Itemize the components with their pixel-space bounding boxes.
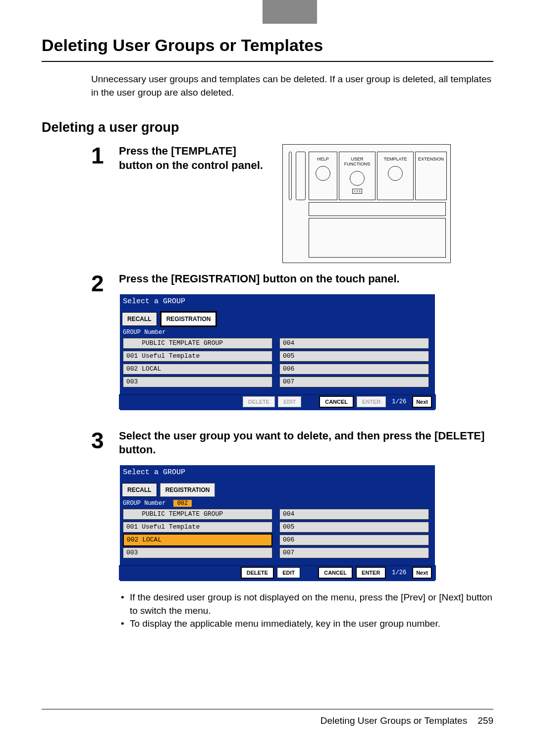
screen-button-row: DELETE EDIT CANCEL ENTER 1/26 Next — [119, 394, 436, 409]
help-label: HELP — [317, 157, 329, 162]
touch-panel-screenshot-2: Select a GROUP RECALL REGISTRATION GROUP… — [119, 464, 436, 582]
group-number-label: GROUP Number 002 — [123, 500, 192, 507]
section-heading: Deleting a user group — [42, 120, 493, 135]
delete-button[interactable]: DELETE — [243, 396, 275, 407]
note-item: To display the applicable menu immediate… — [130, 617, 493, 631]
list-item[interactable]: 004 — [279, 509, 429, 520]
control-panel-illustration: HELP USER FUNCTIONS 1 2 3 TEMPLATE EXTEN… — [282, 144, 451, 263]
panel-frame-left — [289, 152, 292, 200]
page-indicator: 1/26 — [392, 398, 406, 405]
group-list-right: 004 005 006 007 — [279, 509, 429, 560]
group-list-left: PUBLIC TEMPLATE GROUP 001 Useful Templat… — [123, 338, 272, 389]
step-3: 3 Select the user group you want to dele… — [91, 429, 493, 631]
step-number: 1 — [91, 144, 119, 263]
page-indicator: 1/26 — [392, 569, 406, 576]
page-content: Deleting User Groups or Templates Unnece… — [42, 36, 493, 640]
note-item: If the desired user group is not display… — [130, 591, 493, 617]
list-item[interactable]: 004 — [279, 338, 429, 349]
screen-button-row: DELETE EDIT CANCEL ENTER 1/26 Next — [119, 565, 436, 580]
list-item[interactable]: 006 — [279, 535, 429, 545]
enter-button[interactable]: ENTER — [357, 396, 386, 407]
list-item[interactable]: 001 Useful Template — [123, 351, 272, 362]
footer-title: Deleting User Groups or Templates — [321, 715, 467, 726]
list-item[interactable]: 007 — [279, 377, 429, 387]
help-button-icon — [316, 166, 330, 181]
list-item[interactable]: PUBLIC TEMPLATE GROUP — [123, 509, 272, 520]
user-functions-label: USER FUNCTIONS — [344, 157, 371, 167]
step-1-text: Press the [TEMPLATE] button on the contr… — [119, 144, 268, 172]
list-item[interactable]: 003 — [123, 377, 272, 387]
cancel-button[interactable]: CANCEL — [319, 396, 354, 408]
screen-title: Select a GROUP — [123, 468, 185, 477]
list-item[interactable]: 002 LOCAL — [123, 364, 272, 375]
template-label: TEMPLATE — [384, 157, 407, 162]
template-button-box: TEMPLATE — [377, 152, 414, 200]
enter-button[interactable]: ENTER — [356, 567, 386, 579]
screen-title: Select a GROUP — [123, 297, 185, 306]
next-button[interactable]: Next — [412, 567, 432, 579]
footer-page-number: 259 — [478, 715, 493, 726]
list-item[interactable]: 005 — [279, 522, 429, 533]
step-number: 3 — [91, 429, 119, 631]
extension-label: EXTENSION — [418, 157, 444, 162]
page-footer: Deleting User Groups or Templates 259 — [42, 709, 493, 726]
group-number-text: GROUP Number — [123, 500, 165, 507]
group-number-value: 002 — [173, 500, 192, 507]
counter-icon: 1 2 3 — [352, 189, 362, 194]
group-number-label: GROUP Number — [123, 329, 165, 336]
next-button[interactable]: Next — [412, 396, 432, 408]
step-3-notes: If the desired user group is not display… — [119, 591, 493, 631]
recall-tab[interactable]: RECALL — [122, 312, 157, 326]
edit-button[interactable]: EDIT — [277, 567, 300, 578]
list-item[interactable]: 003 — [123, 547, 272, 558]
list-item-selected[interactable]: 002 LOCAL — [123, 534, 272, 546]
user-functions-button-box: USER FUNCTIONS 1 2 3 — [339, 152, 375, 200]
registration-tab[interactable]: REGISTRATION — [160, 311, 217, 327]
list-item[interactable]: 007 — [279, 547, 429, 558]
cancel-button[interactable]: CANCEL — [318, 567, 353, 579]
page-title: Deleting User Groups or Templates — [42, 36, 493, 55]
recall-tab[interactable]: RECALL — [122, 483, 157, 497]
list-item[interactable]: 006 — [279, 364, 429, 375]
edit-button[interactable]: EDIT — [278, 396, 301, 407]
step-number: 2 — [91, 272, 119, 420]
tab-row: RECALL REGISTRATION — [122, 312, 217, 327]
step-1: 1 Press the [TEMPLATE] button on the con… — [91, 144, 493, 263]
delete-button[interactable]: DELETE — [241, 567, 274, 579]
title-rule — [42, 61, 493, 62]
list-item[interactable]: 005 — [279, 351, 429, 362]
tab-row: RECALL REGISTRATION — [122, 483, 215, 497]
panel-mid-box — [309, 202, 446, 216]
touch-panel-screenshot-1: Select a GROUP RECALL REGISTRATION GROUP… — [119, 293, 436, 411]
step-2-text: Press the [REGISTRATION] button on the t… — [119, 272, 493, 286]
help-button-box: HELP — [309, 152, 337, 200]
group-list-left: PUBLIC TEMPLATE GROUP 001 Useful Templat… — [123, 509, 272, 560]
step-2: 2 Press the [REGISTRATION] button on the… — [91, 272, 493, 420]
template-button-icon — [388, 166, 403, 181]
extension-button-box: EXTENSION — [415, 152, 447, 200]
step-3-text: Select the user group you want to delete… — [119, 429, 493, 457]
user-functions-button-icon — [350, 171, 365, 186]
panel-bottom-box — [309, 218, 446, 258]
intro-text: Unnecessary user groups and templates ca… — [91, 73, 493, 99]
chapter-tab-marker — [263, 0, 317, 24]
group-list-right: 004 005 006 007 — [279, 338, 429, 389]
panel-frame-left-2 — [296, 152, 306, 200]
list-item[interactable]: PUBLIC TEMPLATE GROUP — [123, 338, 272, 349]
list-item[interactable]: 001 Useful Template — [123, 522, 272, 533]
registration-tab[interactable]: REGISTRATION — [160, 483, 215, 497]
